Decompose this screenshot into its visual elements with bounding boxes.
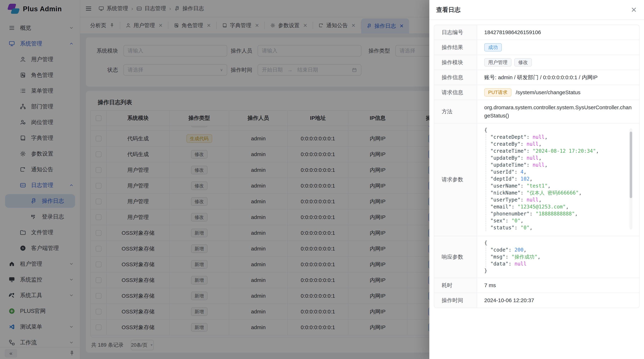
- module-badges: 用户管理修改: [484, 58, 532, 66]
- json-line: "status": "0",: [484, 224, 633, 231]
- json-block: {"code": 200,"msg": "操作成功","data": null}: [484, 239, 633, 274]
- app-root: Plus Admin 概览系统管理用户管理角色管理菜单管理部门管理岗位管理字典管…: [0, 0, 644, 359]
- detail-value: 账号: admin / 研发部门 / 0:0:0:0:0:0:0:1 / 内网I…: [477, 70, 639, 85]
- result-badge: 成功: [484, 43, 502, 51]
- indent-guide: [486, 246, 486, 267]
- detail-label: 操作模块: [434, 55, 477, 70]
- detail-label: 请求参数: [434, 123, 477, 236]
- detail-label: 日志编号: [434, 25, 477, 40]
- json-line: "createBy": null,: [484, 140, 633, 147]
- json-line: "userId": 4,: [484, 168, 633, 175]
- detail-text: 7 ms: [484, 281, 496, 290]
- json-line: "userName": "test1",: [484, 182, 633, 189]
- request-url: /system/user/changeStatus: [516, 89, 580, 95]
- json-block: {"createDept": null,"createBy": null,"cr…: [484, 127, 633, 231]
- json-line: "updateTime": null,: [484, 161, 633, 168]
- detail-label: 耗时: [434, 278, 477, 293]
- json-line: {: [484, 127, 633, 134]
- json-line: "userType": null,: [484, 196, 633, 203]
- json-line: "data": null: [484, 260, 633, 267]
- drawer-title: 查看日志: [436, 6, 460, 14]
- detail-value: org.dromara.system.controller.system.Sys…: [477, 100, 639, 123]
- modal-overlay[interactable]: [0, 0, 429, 359]
- detail-text: org.dromara.system.controller.system.Sys…: [484, 103, 633, 120]
- detail-row: 耗时7 ms: [434, 278, 639, 293]
- detail-row: 操作模块用户管理修改: [434, 55, 639, 70]
- module-badge: 修改: [514, 58, 532, 66]
- detail-row: 操作时间2024-10-06 12:20:37: [434, 293, 639, 308]
- scrollbar-thumb[interactable]: [630, 132, 632, 198]
- scrollbar-track: [630, 128, 632, 229]
- json-line: }: [484, 267, 633, 274]
- drawer-header: 查看日志 ✕: [429, 0, 644, 20]
- json-line: "createTime": "2024-08-12 17:20:34",: [484, 147, 633, 154]
- json-line: {: [484, 239, 633, 246]
- detail-text: 2024-10-06 12:20:37: [484, 296, 534, 305]
- detail-label: 操作时间: [434, 293, 477, 308]
- detail-label: 请求信息: [434, 85, 477, 100]
- http-method-badge: PUT请求: [484, 88, 512, 96]
- json-line: "createDept": null,: [484, 134, 633, 140]
- detail-row: 操作结果成功: [434, 40, 639, 55]
- detail-text: 账号: admin / 研发部门 / 0:0:0:0:0:0:0:1 / 内网I…: [484, 73, 598, 81]
- detail-value: PUT请求/system/user/changeStatus: [477, 85, 639, 100]
- json-wrap: {"createDept": null,"createBy": null,"cr…: [484, 127, 633, 231]
- json-line: "phonenumber": "18888888888",: [484, 210, 633, 217]
- json-line: "updateBy": null,: [484, 154, 633, 161]
- detail-value: {"code": 200,"msg": "操作成功","data": null}: [477, 236, 639, 278]
- json-line: "code": 200,: [484, 246, 633, 253]
- detail-value: 2024-10-06 12:20:37: [477, 293, 639, 308]
- view-log-drawer: 查看日志 ✕ 日志编号1842781986426159106操作结果成功操作模块…: [429, 0, 644, 359]
- detail-row: 请求参数{"createDept": null,"createBy": null…: [434, 123, 639, 236]
- detail-label: 操作结果: [434, 40, 477, 55]
- log-detail-table: 日志编号1842781986426159106操作结果成功操作模块用户管理修改操…: [434, 25, 640, 308]
- detail-value: 7 ms: [477, 278, 639, 293]
- detail-label: 响应参数: [434, 236, 477, 278]
- json-line: "sex": "0",: [484, 217, 633, 224]
- detail-label: 方法: [434, 100, 477, 123]
- detail-value: 成功: [477, 40, 639, 55]
- detail-row: 方法org.dromara.system.controller.system.S…: [434, 100, 639, 123]
- detail-value: 用户管理修改: [477, 55, 639, 70]
- json-line: "nickName": "仅本人 密码666666",: [484, 189, 633, 196]
- detail-label: 操作信息: [434, 70, 477, 85]
- json-line: "msg": "操作成功",: [484, 253, 633, 260]
- detail-row: 响应参数{"code": 200,"msg": "操作成功","data": n…: [434, 236, 639, 278]
- indent-guide: [486, 134, 486, 231]
- module-badge: 用户管理: [484, 58, 512, 66]
- detail-row: 日志编号1842781986426159106: [434, 25, 639, 40]
- detail-row: 请求信息PUT请求/system/user/changeStatus: [434, 85, 639, 100]
- detail-text: 1842781986426159106: [484, 28, 541, 36]
- detail-value: 1842781986426159106: [477, 25, 639, 40]
- detail-value: {"createDept": null,"createBy": null,"cr…: [477, 123, 639, 236]
- json-wrap: {"code": 200,"msg": "操作成功","data": null}: [484, 239, 633, 274]
- detail-row: 操作信息账号: admin / 研发部门 / 0:0:0:0:0:0:0:1 /…: [434, 70, 639, 85]
- json-line: "email": "12345@1253.com",: [484, 203, 633, 210]
- json-line: "deptId": 102,: [484, 175, 633, 182]
- close-icon[interactable]: ✕: [631, 6, 637, 13]
